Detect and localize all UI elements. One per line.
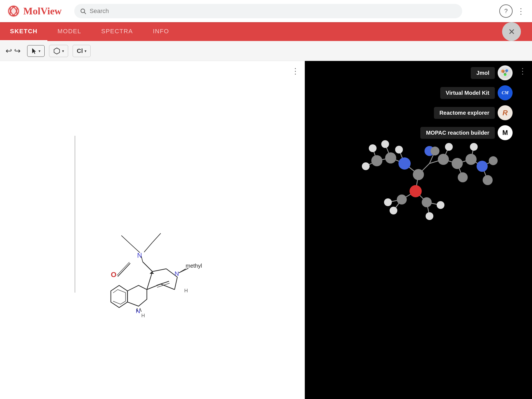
tab-spectra[interactable]: SPECTRA <box>91 22 143 41</box>
svg-marker-8 <box>111 285 127 308</box>
svg-point-74 <box>410 185 422 197</box>
search-bar[interactable] <box>74 4 462 18</box>
search-icon <box>80 8 86 14</box>
vm-icon-text: CM <box>502 90 509 95</box>
sketch-pane: ⋮ N H <box>0 61 305 399</box>
undo-redo-group: ↩ ↪ <box>6 46 21 55</box>
svg-line-24 <box>179 268 188 273</box>
logo-icon <box>7 4 21 18</box>
svg-line-34 <box>144 242 152 252</box>
svg-point-76 <box>385 152 396 163</box>
vm-tool-row: Virtual Model Kit CM <box>420 85 513 100</box>
svg-point-71 <box>398 157 411 170</box>
vm-icon[interactable]: CM <box>498 85 513 100</box>
svg-point-82 <box>422 197 432 207</box>
header: MolView ? ⋮ <box>0 0 532 22</box>
svg-point-39 <box>500 67 511 78</box>
svg-point-78 <box>452 158 463 169</box>
element-tool-button[interactable]: Cl ▾ <box>73 45 91 57</box>
search-input[interactable] <box>89 7 457 15</box>
vm-label[interactable]: Virtual Model Kit <box>440 87 495 99</box>
help-button[interactable]: ? <box>499 4 513 18</box>
svg-line-17 <box>175 277 177 290</box>
svg-point-81 <box>397 195 407 204</box>
svg-point-79 <box>466 154 477 165</box>
model-pane: ⋮ Jmol <box>305 61 532 399</box>
svg-point-89 <box>362 162 370 170</box>
help-icon: ? <box>504 7 508 15</box>
svg-text:O: O <box>111 270 116 279</box>
svg-marker-10 <box>127 285 147 306</box>
svg-point-75 <box>413 169 424 180</box>
svg-text:N: N <box>175 270 179 277</box>
reactome-tool-row: Reactome explorer R <box>420 105 513 120</box>
svg-line-31 <box>141 256 143 262</box>
svg-line-28 <box>118 263 130 277</box>
undo-button[interactable]: ↩ <box>6 46 12 55</box>
svg-line-33 <box>121 236 130 244</box>
svg-line-29 <box>117 262 129 275</box>
redo-button[interactable]: ↪ <box>14 46 21 55</box>
svg-point-95 <box>426 212 433 220</box>
main-content: ⋮ N H <box>0 61 532 399</box>
close-icon: ✕ <box>508 27 515 37</box>
svg-marker-6 <box>32 48 36 54</box>
svg-point-96 <box>437 201 444 209</box>
svg-point-94 <box>384 198 392 206</box>
tab-sketch[interactable]: SKETCH <box>0 22 47 41</box>
chevron-down-icon: ▾ <box>85 49 86 53</box>
svg-line-19 <box>152 269 166 272</box>
header-icons: ? ⋮ <box>499 4 525 18</box>
svg-point-88 <box>381 140 389 148</box>
svg-point-91 <box>445 143 453 151</box>
model-toolbar: Jmol Virtual Model Kit <box>420 65 513 140</box>
mopac-label[interactable]: MOPAC reaction builder <box>420 127 495 139</box>
nav-tabs: SKETCH MODEL SPECTRA INFO ✕ <box>0 22 532 41</box>
svg-line-20 <box>147 272 152 290</box>
select-tool-button[interactable]: ▾ <box>27 45 45 57</box>
sketch-menu-button[interactable]: ⋮ <box>291 66 299 76</box>
svg-text:N: N <box>136 308 140 314</box>
svg-point-80 <box>371 155 382 166</box>
logo-text: MolView <box>23 5 62 17</box>
svg-line-5 <box>84 12 86 14</box>
jmol-icon[interactable] <box>498 65 513 80</box>
chevron-down-icon: ▾ <box>62 49 64 53</box>
reactome-icon[interactable]: R <box>498 105 513 120</box>
more-icon: ⋮ <box>517 7 525 16</box>
svg-point-93 <box>390 207 397 214</box>
svg-point-84 <box>458 172 468 182</box>
svg-point-86 <box>489 156 498 165</box>
svg-point-87 <box>395 146 403 154</box>
tab-model[interactable]: MODEL <box>47 22 91 41</box>
svg-text:H: H <box>141 313 145 318</box>
model-menu-button[interactable]: ⋮ <box>519 66 526 76</box>
chevron-down-icon: ▾ <box>39 49 40 53</box>
svg-point-73 <box>477 161 488 172</box>
svg-marker-38 <box>150 272 154 274</box>
mopac-icon[interactable]: M <box>498 125 513 140</box>
mopac-tool-row: MOPAC reaction builder M <box>420 125 513 140</box>
svg-point-90 <box>369 144 377 152</box>
svg-text:H: H <box>184 288 188 293</box>
more-menu-button[interactable]: ⋮ <box>517 7 525 16</box>
reactome-label[interactable]: Reactome explorer <box>434 107 495 119</box>
ring-tool-button[interactable]: ▾ <box>49 45 68 57</box>
mopac-icon-text: M <box>502 129 508 137</box>
svg-line-32 <box>130 244 140 253</box>
svg-line-35 <box>152 233 161 242</box>
svg-point-92 <box>470 143 478 151</box>
svg-line-26 <box>143 262 152 272</box>
close-button[interactable]: ✕ <box>502 22 521 41</box>
molecule-2d-svg: N H N methyl H <box>75 136 230 324</box>
arrow-icon <box>31 48 37 54</box>
svg-text:methyl: methyl <box>186 263 202 269</box>
tab-info[interactable]: INFO <box>143 22 179 41</box>
svg-line-16 <box>161 284 175 290</box>
svg-point-85 <box>431 147 439 155</box>
jmol-label[interactable]: Jmol <box>471 67 495 79</box>
molecule-sketch: N H N methyl H <box>0 61 305 399</box>
hexagon-icon <box>53 47 60 55</box>
reactome-icon-text: R <box>503 109 508 117</box>
jmol-tool-row: Jmol <box>420 65 513 80</box>
